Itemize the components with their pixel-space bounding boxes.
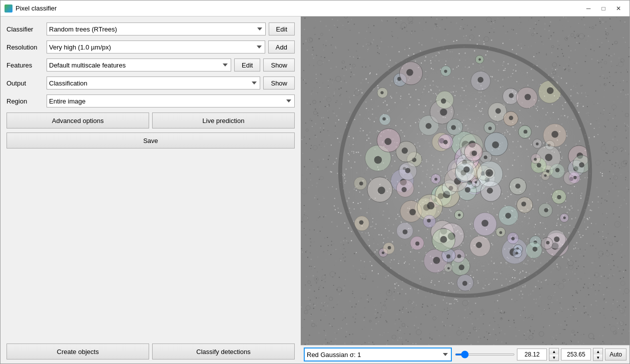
features-controls: Default multiscale features Edit Show [47,58,295,72]
right-panel: Red Gaussian σ: 1 28.12 ▲ ▼ 253.65 ▲ ▼ A… [301,16,629,364]
max-spinner: ▲ ▼ [593,348,603,361]
features-label: Features [7,62,47,69]
min-spinner: ▲ ▼ [549,348,559,361]
image-bottom-bar: Red Gaussian σ: 1 28.12 ▲ ▼ 253.65 ▲ ▼ A… [301,345,629,364]
advanced-options-button[interactable]: Advanced options [7,112,149,128]
features-row: Features Default multiscale features Edi… [7,58,295,72]
output-row: Output Classification Show [7,76,295,90]
min-value-input[interactable]: 28.12 [517,348,547,360]
output-label: Output [7,80,47,87]
save-button[interactable]: Save [7,132,295,148]
resolution-select[interactable]: Very high (1.0 µm/px) [47,40,265,54]
minimize-button[interactable]: ─ [581,4,595,14]
resolution-controls: Very high (1.0 µm/px) Add [47,40,295,54]
close-button[interactable]: ✕ [611,4,625,14]
classifier-select[interactable]: Random trees (RTrees) [47,22,266,36]
region-row: Region Entire image [7,94,295,108]
channel-select[interactable]: Red Gaussian σ: 1 [304,348,452,362]
window-controls: ─ □ ✕ [581,4,625,14]
region-controls: Entire image [47,94,295,108]
region-label: Region [7,98,47,105]
features-edit-button[interactable]: Edit [234,58,260,72]
left-panel: Classifier Random trees (RTrees) Edit Re… [1,16,301,364]
app-icon [5,4,13,12]
main-content: Classifier Random trees (RTrees) Edit Re… [1,16,629,364]
classifier-row: Classifier Random trees (RTrees) Edit [7,22,295,36]
window-title: Pixel classifier [16,4,581,12]
classifier-edit-button[interactable]: Edit [269,22,295,36]
title-bar: Pixel classifier ─ □ ✕ [1,0,629,16]
live-prediction-button[interactable]: Live prediction [152,112,295,128]
output-controls: Classification Show [47,76,295,90]
auto-button[interactable]: Auto [605,348,626,360]
resolution-label: Resolution [7,44,47,51]
image-container [301,16,629,345]
min-slider[interactable] [455,354,515,356]
bottom-buttons: Create objects Classify detections [7,340,295,364]
min-spinner-up[interactable]: ▲ [549,348,558,354]
output-show-button[interactable]: Show [263,76,295,90]
pixel-classifier-window: Pixel classifier ─ □ ✕ Classifier Random… [0,0,630,364]
microscope-image [301,16,629,345]
output-select[interactable]: Classification [47,76,260,90]
save-row: Save [7,132,295,148]
classifier-controls: Random trees (RTrees) Edit [47,22,295,36]
slider-container: 28.12 ▲ ▼ 253.65 ▲ ▼ Auto [455,348,626,361]
action-button-row: Advanced options Live prediction [7,112,295,128]
min-spinner-down[interactable]: ▼ [549,354,558,360]
features-show-button[interactable]: Show [263,58,295,72]
create-objects-button[interactable]: Create objects [7,344,149,360]
resolution-row: Resolution Very high (1.0 µm/px) Add [7,40,295,54]
features-select[interactable]: Default multiscale features [47,58,231,72]
max-spinner-down[interactable]: ▼ [593,354,602,360]
max-spinner-up[interactable]: ▲ [593,348,602,354]
classifier-label: Classifier [7,26,47,33]
max-value-input[interactable]: 253.65 [561,348,591,360]
region-select[interactable]: Entire image [47,94,295,108]
maximize-button[interactable]: □ [596,4,610,14]
classify-detections-button[interactable]: Classify detections [152,344,295,360]
add-button[interactable]: Add [268,40,295,54]
